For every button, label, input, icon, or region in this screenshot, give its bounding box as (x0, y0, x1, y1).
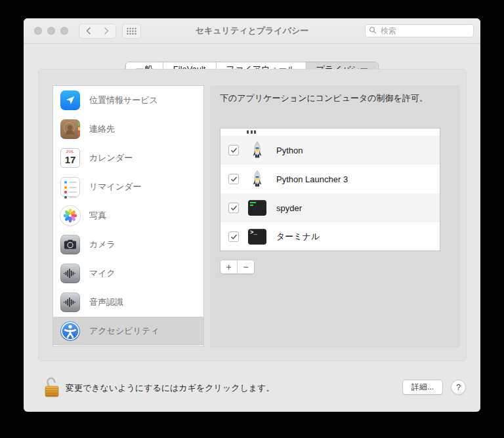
accessibility-icon (60, 321, 80, 341)
app-name: Python (276, 146, 303, 155)
privacy-detail-panel: 下のアプリケーションにコンピュータの制御を許可。 (210, 85, 460, 348)
remove-app-button[interactable]: − (237, 260, 254, 273)
sidebar-item-label: 音声認識 (89, 296, 123, 308)
help-button[interactable]: ? (451, 380, 466, 395)
speech-recognition-icon (60, 292, 80, 312)
check-icon (230, 205, 238, 212)
photos-icon (60, 206, 80, 226)
camera-icon (60, 235, 80, 254)
sidebar-item-label: マイク (89, 268, 116, 279)
sidebar-item-microphone[interactable]: マイク (53, 259, 203, 288)
reminders-icon (60, 177, 80, 197)
partially-scrolled-row (220, 129, 440, 136)
sidebar-item-label: 位置情報サービス (89, 94, 158, 106)
sidebar-item-label: アクセシビリティ (89, 325, 159, 337)
app-row-python-launcher-3[interactable]: Python Launcher 3 (220, 165, 440, 193)
sidebar-item-contacts[interactable]: 連絡先 (53, 115, 203, 144)
sidebar-item-reminders[interactable]: リマインダー (53, 172, 203, 201)
sidebar-item-label: カメラ (89, 239, 116, 250)
sidebar-item-label: カレンダー (89, 152, 133, 164)
search-field[interactable] (365, 24, 474, 37)
lock-hint-text: 変更できないようにするにはカギをクリックします。 (66, 382, 274, 394)
app-row-terminal[interactable]: >_ ターミナル (220, 222, 440, 251)
allowed-apps-list[interactable]: Python (220, 128, 440, 251)
check-icon (230, 233, 238, 241)
contacts-icon (60, 119, 80, 139)
privacy-category-list: 位置情報サービス 連絡先 JUL 17 カレンダー リマインダー (52, 85, 204, 347)
spyder-terminal-icon (248, 200, 266, 216)
title-bar: セキュリティとプライバシー (24, 18, 480, 44)
terminal-icon: >_ (248, 229, 266, 245)
add-remove-buttons: + − (220, 260, 255, 274)
location-icon (60, 90, 80, 110)
checkbox-terminal[interactable] (228, 231, 239, 242)
sidebar-item-label: リマインダー (89, 181, 142, 193)
python-rocket-icon (247, 140, 267, 160)
advanced-button[interactable]: 詳細... (402, 380, 443, 395)
clipped-rocket-icon (247, 130, 256, 134)
app-name: ターミナル (276, 231, 320, 243)
unlocked-padlock-icon[interactable] (43, 375, 60, 399)
sidebar-item-label: 連絡先 (89, 123, 115, 135)
add-app-button[interactable]: + (220, 260, 237, 273)
checkbox-spyder[interactable] (228, 203, 239, 213)
microphone-icon (60, 264, 80, 283)
search-icon (369, 25, 377, 37)
search-input[interactable] (379, 26, 470, 36)
checkbox-python[interactable] (228, 145, 239, 155)
app-row-spyder[interactable]: spyder (220, 193, 440, 222)
python-rocket-icon (247, 169, 267, 189)
calendar-icon: JUL 17 (60, 148, 80, 168)
panel-header-text: 下のアプリケーションにコンピュータの制御を許可。 (220, 92, 428, 104)
sidebar-item-label: 写真 (89, 210, 106, 222)
app-row-python[interactable]: Python (220, 136, 440, 165)
security-privacy-window: セキュリティとプライバシー 一般 FileVault ファイアウォール プライバ… (24, 18, 480, 412)
sidebar-item-camera[interactable]: カメラ (53, 230, 203, 259)
check-icon (230, 147, 238, 154)
sidebar-item-speech-recognition[interactable]: 音声認識 (53, 288, 203, 317)
sidebar-item-location-services[interactable]: 位置情報サービス (53, 86, 203, 115)
check-icon (230, 176, 238, 183)
sidebar-item-calendar[interactable]: JUL 17 カレンダー (53, 144, 203, 172)
sidebar-item-accessibility[interactable]: アクセシビリティ (53, 317, 203, 346)
app-name: Python Launcher 3 (276, 174, 348, 184)
sidebar-item-photos[interactable]: 写真 (53, 201, 203, 230)
checkbox-python-launcher-3[interactable] (228, 174, 239, 184)
app-name: spyder (276, 203, 302, 213)
